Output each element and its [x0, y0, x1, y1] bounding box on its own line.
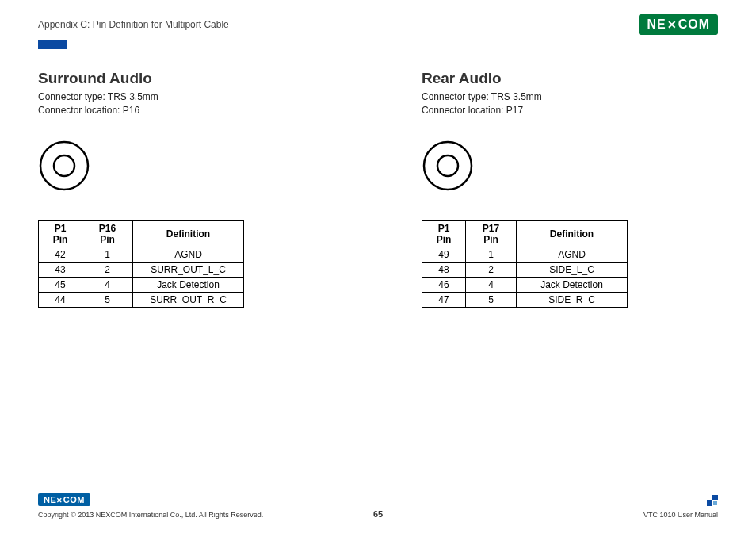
col-header-p1: P1 Pin [39, 220, 82, 247]
trs-jack-icon [422, 140, 474, 192]
cell-p1: 49 [422, 247, 466, 262]
cell-def: SIDE_L_C [517, 262, 628, 277]
surround-audio-section: Surround Audio Connector type: TRS 3.5mm… [38, 70, 334, 308]
table-row: 48 2 SIDE_L_C [422, 262, 628, 277]
cell-p1: 44 [39, 292, 82, 307]
table-header-row: P1 Pin P16 Pin Definition [39, 220, 244, 247]
cell-p1: 43 [39, 262, 82, 277]
cell-def: SURR_OUT_L_C [133, 262, 244, 277]
table-row: 44 5 SURR_OUT_R_C [39, 292, 244, 307]
cell-p1: 46 [422, 277, 466, 292]
cell-p1: 47 [422, 292, 466, 307]
cell-p1: 45 [39, 277, 82, 292]
cell-def: AGND [133, 247, 244, 262]
svg-point-3 [437, 155, 458, 176]
cell-def: SURR_OUT_R_C [133, 292, 244, 307]
table-row: 47 5 SIDE_R_C [422, 292, 628, 307]
surround-pin-table: P1 Pin P16 Pin Definition 42 1 AGND 43 2… [38, 220, 244, 308]
cell-pn: 1 [82, 247, 133, 262]
cell-pn: 1 [466, 247, 517, 262]
cell-def: SIDE_R_C [517, 292, 628, 307]
cell-pn: 2 [82, 262, 133, 277]
table-row: 43 2 SURR_OUT_L_C [39, 262, 244, 277]
table-row: 45 4 Jack Detection [39, 277, 244, 292]
page-number: 65 [373, 509, 383, 519]
col-header-definition: Definition [517, 220, 628, 247]
svg-point-0 [40, 142, 88, 190]
header-rule [38, 40, 718, 40]
cell-pn: 5 [466, 292, 517, 307]
cell-pn: 2 [466, 262, 517, 277]
nexcom-logo-top: NE✕COM [639, 14, 718, 35]
col-header-p16: P16 Pin [82, 220, 133, 247]
manual-name: VTC 1010 User Manual [643, 511, 718, 519]
surround-connector-type: Connector type: TRS 3.5mm [38, 90, 334, 104]
cell-pn: 5 [82, 292, 133, 307]
table-row: 42 1 AGND [39, 247, 244, 262]
cell-p1: 48 [422, 262, 466, 277]
col-header-definition: Definition [133, 220, 244, 247]
table-header-row: P1 Pin P17 Pin Definition [422, 220, 628, 247]
svg-point-2 [424, 142, 472, 190]
cell-p1: 42 [39, 247, 82, 262]
cell-def: Jack Detection [133, 277, 244, 292]
header-tab-marker [38, 40, 67, 49]
surround-connector-location: Connector location: P16 [38, 104, 334, 117]
rear-connector-location: Connector location: P17 [422, 104, 718, 117]
table-row: 49 1 AGND [422, 247, 628, 262]
rear-audio-title: Rear Audio [422, 70, 718, 87]
svg-point-1 [54, 155, 74, 176]
trs-jack-icon [38, 140, 90, 192]
rear-audio-section: Rear Audio Connector type: TRS 3.5mm Con… [422, 70, 718, 308]
nexcom-logo-bottom: NE✕COM [38, 493, 90, 506]
col-header-p17: P17 Pin [466, 220, 517, 247]
rear-pin-table: P1 Pin P17 Pin Definition 49 1 AGND 48 2… [422, 220, 628, 308]
cell-def: AGND [517, 247, 628, 262]
footer-rule [38, 508, 718, 508]
cell-def: Jack Detection [517, 277, 628, 292]
cell-pn: 4 [82, 277, 133, 292]
surround-audio-title: Surround Audio [38, 70, 334, 87]
table-row: 46 4 Jack Detection [422, 277, 628, 292]
appendix-title: Appendix C: Pin Definition for Multiport… [38, 19, 229, 30]
col-header-p1: P1 Pin [422, 220, 466, 247]
rear-connector-type: Connector type: TRS 3.5mm [422, 90, 718, 104]
cell-pn: 4 [466, 277, 517, 292]
copyright-text: Copyright © 2013 NEXCOM International Co… [38, 511, 263, 519]
